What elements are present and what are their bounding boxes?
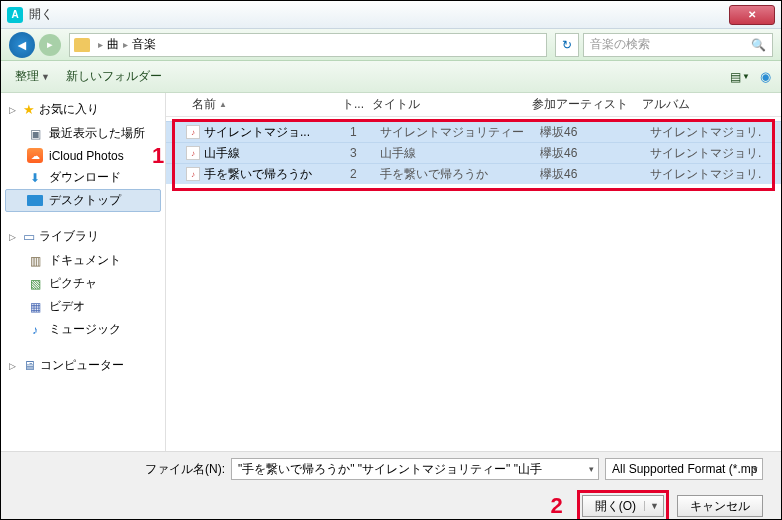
- file-artist: 欅坂46: [540, 166, 650, 183]
- filename-value: "手を繋いで帰ろうか" "サイレントマジョリティー" "山手: [238, 461, 542, 478]
- favorites-label: お気に入り: [39, 101, 99, 118]
- file-album: サイレントマジョリ.: [650, 166, 781, 183]
- file-title: 手を繋いで帰ろうか: [380, 166, 540, 183]
- chevron-down-icon: ▼: [742, 72, 750, 81]
- column-name[interactable]: 名前▲: [186, 96, 336, 113]
- address-bar-row: ◄ ▸ ▸ 曲 ▸ 音楽 ↻ 音楽の検索 🔍: [1, 29, 781, 61]
- icloud-icon: ☁: [27, 148, 43, 163]
- window-title: 開く: [29, 6, 729, 23]
- new-folder-label: 新しいフォルダー: [66, 68, 162, 85]
- annotation-2: 2: [551, 493, 563, 519]
- breadcrumb[interactable]: ▸ 曲 ▸ 音楽: [69, 33, 547, 57]
- computer-group[interactable]: ▷ 🖥 コンピューター: [5, 355, 161, 376]
- new-folder-button[interactable]: 新しいフォルダー: [62, 66, 166, 87]
- computer-label: コンピューター: [40, 357, 124, 374]
- forward-button[interactable]: ▸: [39, 34, 61, 56]
- main-area: ▷ ★ お気に入り ▣最近表示した場所 ☁iCloud Photos ⬇ダウンロ…: [1, 93, 781, 451]
- sidebar: ▷ ★ お気に入り ▣最近表示した場所 ☁iCloud Photos ⬇ダウンロ…: [1, 93, 166, 451]
- sidebar-item-recent[interactable]: ▣最近表示した場所: [5, 122, 161, 145]
- organize-label: 整理: [15, 68, 39, 85]
- organize-menu[interactable]: 整理 ▼: [11, 66, 54, 87]
- sidebar-item-label: iCloud Photos: [49, 149, 124, 163]
- sidebar-item-videos[interactable]: ▦ビデオ: [5, 295, 161, 318]
- titlebar: A 開く ✕: [1, 1, 781, 29]
- file-artist: 欅坂46: [540, 145, 650, 162]
- picture-icon: ▧: [27, 276, 43, 291]
- file-name: 山手線: [204, 145, 350, 162]
- chevron-right-icon: ▸: [123, 39, 128, 50]
- sidebar-item-label: ミュージック: [49, 321, 121, 338]
- favorites-group[interactable]: ▷ ★ お気に入り: [5, 99, 161, 120]
- search-placeholder: 音楽の検索: [590, 36, 650, 53]
- column-title[interactable]: タイトル: [366, 96, 526, 113]
- file-track: 1: [350, 125, 380, 139]
- desktop-icon: [27, 193, 43, 208]
- column-track[interactable]: ト...: [336, 96, 366, 113]
- file-title: 山手線: [380, 145, 540, 162]
- chevron-right-icon: ▸: [98, 39, 103, 50]
- file-row[interactable]: ♪山手線3山手線欅坂46サイレントマジョリ.: [166, 142, 781, 163]
- sidebar-item-label: 最近表示した場所: [49, 125, 145, 142]
- sidebar-item-label: デスクトップ: [49, 192, 121, 209]
- sidebar-item-pictures[interactable]: ▧ピクチャ: [5, 272, 161, 295]
- collapse-icon: ▷: [9, 105, 19, 115]
- close-button[interactable]: ✕: [729, 5, 775, 25]
- chevron-down-icon: ▾: [589, 464, 594, 474]
- sidebar-item-label: ピクチャ: [49, 275, 97, 292]
- video-icon: ▦: [27, 299, 43, 314]
- file-row[interactable]: ♪サイレントマジョ...1サイレントマジョリティー欅坂46サイレントマジョリ.: [166, 121, 781, 142]
- computer-icon: 🖥: [23, 358, 36, 373]
- file-row[interactable]: ♪手を繋いで帰ろうか2手を繋いで帰ろうか欅坂46サイレントマジョリ.: [166, 163, 781, 184]
- filename-input[interactable]: "手を繋いで帰ろうか" "サイレントマジョリティー" "山手 ▾: [231, 458, 599, 480]
- sidebar-item-desktop[interactable]: デスクトップ: [5, 189, 161, 212]
- folder-icon: [74, 38, 90, 52]
- music-file-icon: ♪: [186, 146, 200, 160]
- back-button[interactable]: ◄: [9, 32, 35, 58]
- filter-label: All Supported Format (*.mp: [612, 462, 757, 476]
- cancel-button[interactable]: キャンセル: [677, 495, 763, 517]
- help-button[interactable]: ◉: [760, 69, 771, 84]
- sidebar-item-downloads[interactable]: ⬇ダウンロード: [5, 166, 161, 189]
- sidebar-item-music[interactable]: ♪ミュージック: [5, 318, 161, 341]
- file-track: 2: [350, 167, 380, 181]
- view-mode-button[interactable]: ▤▼: [730, 70, 752, 84]
- refresh-button[interactable]: ↻: [555, 33, 579, 57]
- document-icon: ▥: [27, 253, 43, 268]
- filetype-filter[interactable]: All Supported Format (*.mp ▾: [605, 458, 763, 480]
- library-label: ライブラリ: [39, 228, 99, 245]
- breadcrumb-part[interactable]: 曲: [107, 36, 119, 53]
- star-icon: ★: [23, 102, 35, 117]
- collapse-icon: ▷: [9, 232, 19, 242]
- search-input[interactable]: 音楽の検索 🔍: [583, 33, 773, 57]
- annotation-highlight-2: 開く(O) ▼: [577, 490, 669, 520]
- download-icon: ⬇: [27, 170, 43, 185]
- sort-asc-icon: ▲: [219, 100, 227, 109]
- sidebar-item-label: ドキュメント: [49, 252, 121, 269]
- library-icon: ▭: [23, 229, 35, 244]
- file-name: サイレントマジョ...: [204, 124, 350, 141]
- footer: ファイル名(N): "手を繋いで帰ろうか" "サイレントマジョリティー" "山手…: [1, 451, 781, 520]
- search-icon: 🔍: [751, 38, 766, 52]
- column-artist[interactable]: 参加アーティスト: [526, 96, 636, 113]
- open-label: 開く(O): [595, 498, 636, 515]
- app-icon: A: [7, 7, 23, 23]
- sidebar-item-documents[interactable]: ▥ドキュメント: [5, 249, 161, 272]
- music-file-icon: ♪: [186, 125, 200, 139]
- library-group[interactable]: ▷ ▭ ライブラリ: [5, 226, 161, 247]
- annotation-1: 1: [152, 143, 164, 169]
- breadcrumb-part[interactable]: 音楽: [132, 36, 156, 53]
- open-button[interactable]: 開く(O) ▼: [582, 495, 664, 517]
- file-album: サイレントマジョリ.: [650, 124, 781, 141]
- sidebar-item-icloud[interactable]: ☁iCloud Photos: [5, 145, 161, 166]
- chevron-down-icon: ▼: [644, 501, 659, 511]
- column-album[interactable]: アルバム: [636, 96, 781, 113]
- file-artist: 欅坂46: [540, 124, 650, 141]
- music-file-icon: ♪: [186, 167, 200, 181]
- filename-label: ファイル名(N):: [145, 461, 225, 478]
- music-icon: ♪: [27, 322, 43, 337]
- chevron-down-icon: ▾: [753, 464, 758, 474]
- file-album: サイレントマジョリ.: [650, 145, 781, 162]
- cancel-label: キャンセル: [690, 498, 750, 515]
- collapse-icon: ▷: [9, 361, 19, 371]
- sidebar-item-label: ダウンロード: [49, 169, 121, 186]
